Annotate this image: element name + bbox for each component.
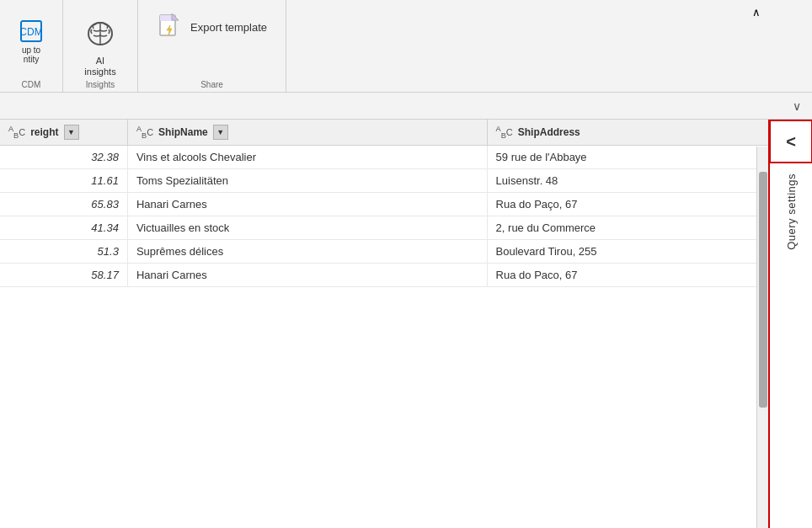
cell-shipname-4: Suprêmes délices <box>127 240 487 264</box>
share-section: Export template Share <box>138 0 286 93</box>
svg-text:CDM: CDM <box>19 26 42 38</box>
shipname-type-icon: ABC <box>136 125 153 140</box>
col-freight-label: reight <box>30 126 58 138</box>
collapse-icon: ∧ <box>752 6 761 19</box>
share-section-label: Share <box>138 79 286 89</box>
svg-marker-5 <box>172 13 179 20</box>
cdm-section-label: CDM <box>0 79 62 89</box>
table-row: 65.83 Hanari Carnes Rua do Paço, 67 <box>0 193 812 216</box>
cell-shipname-2: Hanari Carnes <box>127 193 487 216</box>
cdm-icon: CDM <box>19 19 43 43</box>
dropdown-icon: ∨ <box>793 99 801 113</box>
col-shipaddress-label: ShipAddress <box>518 126 580 138</box>
cdm-label: up to ntity <box>22 45 40 64</box>
vertical-scrollbar[interactable] <box>756 147 768 528</box>
cell-freight-1: 11.61 <box>0 169 127 193</box>
insights-section-label: Insights <box>63 79 137 89</box>
cell-shipname-3: Victuailles en stock <box>127 216 487 240</box>
ribbon-bar-right: ∨ <box>782 93 812 119</box>
shipaddress-type-icon: ABC <box>496 125 513 140</box>
cell-shipname-0: Vins et alcools Chevalier <box>127 146 487 169</box>
export-template-icon <box>157 13 184 40</box>
collapse-ribbon-button[interactable]: ∧ <box>745 0 768 24</box>
query-settings-label: Query settings <box>785 173 798 250</box>
table-row: 32.38 Vins et alcools Chevalier 59 rue d… <box>0 146 812 169</box>
ai-insights-label: AI insights <box>84 56 115 77</box>
table-row: 11.61 Toms Spezialitäten Luisenstr. 48 <box>0 169 812 193</box>
cdm-section: CDM up to ntity CDM <box>0 0 63 93</box>
col-header-freight: ABC reight ▼ <box>0 120 127 146</box>
cell-shipname-5: Hanari Carnes <box>127 264 487 287</box>
scrollbar-thumb[interactable] <box>759 172 767 408</box>
cell-shipname-1: Toms Spezialitäten <box>127 169 487 193</box>
query-settings-panel: < Query settings <box>768 120 812 528</box>
insights-section: AI insights Insights <box>63 0 138 93</box>
cell-freight-5: 58.17 <box>0 264 127 287</box>
back-icon: < <box>786 132 796 152</box>
table-row: 41.34 Victuailles en stock 2, rue du Com… <box>0 216 812 240</box>
table-header-row: ABC reight ▼ ABC ShipName ▼ <box>0 120 812 146</box>
export-template-label: Export template <box>190 21 267 34</box>
shipname-dropdown-button[interactable]: ▼ <box>213 125 228 140</box>
cell-freight-0: 32.38 <box>0 146 127 169</box>
cell-freight-4: 51.3 <box>0 240 127 264</box>
query-settings-back-button[interactable]: < <box>769 120 812 163</box>
ribbon-dropdown-button[interactable]: ∨ <box>782 93 812 119</box>
col-shipname-label: ShipName <box>158 126 208 138</box>
cell-freight-2: 65.83 <box>0 193 127 216</box>
freight-dropdown-button[interactable]: ▼ <box>64 125 79 140</box>
table-row: 58.17 Hanari Carnes Rua do Paco, 67 <box>0 264 812 287</box>
ai-insights-icon <box>83 19 117 52</box>
freight-type-icon: ABC <box>8 125 25 140</box>
cell-freight-3: 41.34 <box>0 216 127 240</box>
ribbon-bar: ∨ <box>0 93 812 120</box>
col-header-shipname: ABC ShipName ▼ <box>127 120 487 146</box>
main-content: ABC reight ▼ ABC ShipName ▼ <box>0 120 812 528</box>
table-row: 51.3 Suprêmes délices Boulevard Tirou, 2… <box>0 240 812 264</box>
data-table: ABC reight ▼ ABC ShipName ▼ <box>0 120 812 287</box>
cdm-button[interactable]: CDM up to ntity <box>10 16 52 67</box>
export-template-button[interactable]: Export template <box>148 8 275 45</box>
toolbar: CDM up to ntity CDM <box>0 0 812 93</box>
col-header-shipaddress: ABC ShipAddress <box>487 120 811 146</box>
